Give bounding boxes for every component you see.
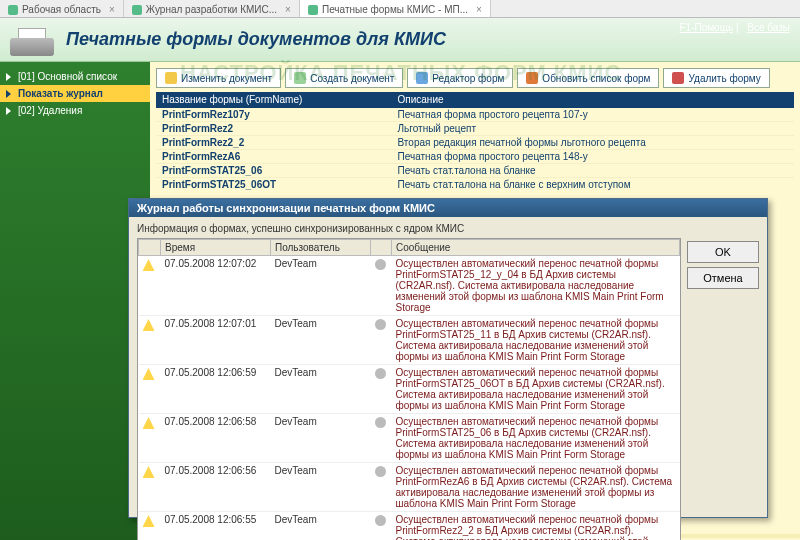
gear-icon xyxy=(375,417,386,428)
warning-icon xyxy=(143,417,155,429)
gear-icon xyxy=(375,259,386,270)
cancel-button[interactable]: Отмена xyxy=(687,267,759,289)
log-row[interactable]: 07.05.2008 12:06:59DevTeamОсуществлен ав… xyxy=(139,365,680,414)
col-message[interactable]: Сообщение xyxy=(392,240,680,256)
log-table-wrapper[interactable]: Время Пользователь Сообщение 07.05.2008 … xyxy=(137,238,681,540)
warning-icon xyxy=(143,319,155,331)
warning-icon xyxy=(143,368,155,380)
sync-log-dialog: Журнал работы синхронизации печатных фор… xyxy=(128,198,768,518)
gear-icon xyxy=(375,319,386,330)
log-row[interactable]: 07.05.2008 12:06:56DevTeamОсуществлен ав… xyxy=(139,463,680,512)
log-row[interactable]: 07.05.2008 12:07:01DevTeamОсуществлен ав… xyxy=(139,316,680,365)
warning-icon xyxy=(143,466,155,478)
log-row[interactable]: 07.05.2008 12:07:02DevTeamОсуществлен ав… xyxy=(139,256,680,316)
log-row[interactable]: 07.05.2008 12:06:55DevTeamОсуществлен ав… xyxy=(139,512,680,541)
dialog-info-text: Информация о формах, успешно синхронизир… xyxy=(137,223,681,234)
col-msg-icon xyxy=(371,240,392,256)
dialog-title: Журнал работы синхронизации печатных фор… xyxy=(129,199,767,217)
col-user[interactable]: Пользователь xyxy=(271,240,371,256)
gear-icon xyxy=(375,515,386,526)
warning-icon xyxy=(143,515,155,527)
modal-overlay: Журнал работы синхронизации печатных фор… xyxy=(0,0,800,540)
gear-icon xyxy=(375,368,386,379)
ok-button[interactable]: OK xyxy=(687,241,759,263)
col-time[interactable]: Время xyxy=(161,240,271,256)
col-icon xyxy=(139,240,161,256)
log-row[interactable]: 07.05.2008 12:06:58DevTeamОсуществлен ав… xyxy=(139,414,680,463)
warning-icon xyxy=(143,259,155,271)
gear-icon xyxy=(375,466,386,477)
